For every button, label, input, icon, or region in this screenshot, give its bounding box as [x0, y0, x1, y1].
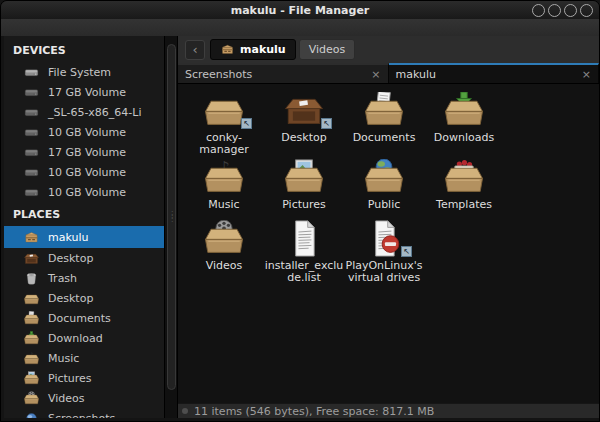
sidebar-item-place[interactable]: Desktop: [4, 288, 164, 308]
sidebar-item-label: 17 GB Volume: [48, 86, 126, 99]
sidebar-item-place[interactable]: Download: [4, 328, 164, 348]
sidebar-item-place[interactable]: makulu: [4, 226, 164, 248]
path-button-label: makulu: [240, 43, 286, 56]
file-manager-window: makulu - File Manager DEVICES File Syste…: [0, 0, 600, 422]
file-item[interactable]: ↖ Public: [344, 159, 424, 217]
videos-folder-icon: [23, 391, 40, 406]
sidebar-item-label: Download: [48, 332, 103, 345]
home-icon: [23, 230, 40, 245]
drive-icon: [23, 145, 40, 160]
sidebar-item-label: Pictures: [48, 372, 92, 385]
scrollbar-thumb[interactable]: ⋮⋮: [167, 44, 176, 390]
sidebar-item-device[interactable]: 10 GB Volume: [4, 182, 164, 202]
file-label: Documents: [353, 132, 416, 144]
file-item[interactable]: ↖ Templates: [424, 159, 504, 217]
back-button[interactable]: ‹: [185, 40, 205, 60]
file-label: Public: [368, 199, 401, 211]
file-item[interactable]: ↖ Documents: [344, 92, 424, 156]
file-item[interactable]: ↖ Downloads: [424, 92, 504, 156]
public-folder-icon: [361, 159, 407, 196]
tab-close-icon[interactable]: ×: [365, 68, 380, 81]
sidebar-item-place[interactable]: Trash: [4, 268, 164, 288]
downloads-folder-icon: [23, 331, 40, 346]
drive-icon: [23, 165, 40, 180]
file-item[interactable]: ↖ PlayOnLinux's virtual drives: [344, 220, 424, 284]
sidebar-item-label: makulu: [48, 231, 89, 244]
tab-close-icon[interactable]: ×: [576, 68, 591, 81]
sidebar-item-label: 10 GB Volume: [48, 186, 126, 199]
resize-grip-icon: [182, 408, 188, 414]
file-label: Desktop: [281, 132, 326, 144]
tab[interactable]: Screenshots ×: [178, 63, 389, 83]
file-label: PlayOnLinux's virtual drives: [345, 260, 424, 284]
documents-folder-icon: [23, 311, 40, 326]
sidebar-item-label: 10 GB Volume: [48, 166, 126, 179]
path-button[interactable]: makulu: [210, 39, 296, 60]
sidebar-item-device[interactable]: File System: [4, 62, 164, 82]
maximize-button[interactable]: [564, 4, 577, 17]
sidebar-item-place[interactable]: Desktop: [4, 248, 164, 268]
window-controls: [532, 4, 599, 17]
file-label: conky-manager: [185, 132, 264, 156]
drive-icon: [23, 105, 40, 120]
sidebar-item-device[interactable]: 10 GB Volume: [4, 122, 164, 142]
minimize-button[interactable]: [548, 4, 561, 17]
sidebar-item-label: _SL-65-x86_64-Li: [48, 106, 142, 119]
scrollbar-grip-icon: ⋮⋮: [168, 213, 175, 221]
sidebar: DEVICES File System 17 GB Volume _SL-65-…: [1, 36, 164, 418]
window-bottom-edge: [1, 418, 599, 421]
file-label: installer_exclude.list: [265, 260, 344, 284]
devices-header: DEVICES: [4, 38, 164, 62]
folder-icon: [23, 291, 40, 306]
file-item[interactable]: ↖ conky-manager: [184, 92, 264, 156]
path-button-label: Videos: [309, 43, 346, 56]
tab-bar: Screenshots × makulu ×: [178, 63, 599, 84]
titlebar: makulu - File Manager: [1, 1, 599, 19]
sidebar-item-label: Desktop: [48, 292, 93, 305]
sidebar-item-device[interactable]: 10 GB Volume: [4, 162, 164, 182]
documents-folder-icon: [361, 92, 407, 129]
sidebar-item-device[interactable]: 17 GB Volume: [4, 82, 164, 102]
drive-icon: [23, 85, 40, 100]
sidebar-item-place[interactable]: Documents: [4, 308, 164, 328]
tab-label: Screenshots: [185, 68, 252, 81]
file-item[interactable]: ♪ ↖ Music: [184, 159, 264, 217]
tab[interactable]: makulu ×: [389, 63, 600, 83]
window-title: makulu - File Manager: [1, 4, 599, 17]
menubar: [1, 19, 599, 36]
sidebar-item-device[interactable]: 17 GB Volume: [4, 142, 164, 162]
symlink-emblem-icon: ↖: [241, 118, 252, 129]
sidebar-item-place[interactable]: Pictures: [4, 368, 164, 388]
videos-folder-icon: [201, 220, 247, 257]
file-item[interactable]: ↖ installer_exclude.list: [264, 220, 344, 284]
textfile-icon: [281, 220, 327, 257]
path-toolbar: ‹ makulu Videos: [178, 36, 599, 63]
sidebar-item-device[interactable]: _SL-65-x86_64-Li: [4, 102, 164, 122]
sidebar-item-label: File System: [48, 66, 111, 79]
tab-label: makulu: [396, 68, 437, 81]
drive-icon: [23, 185, 40, 200]
symlink-emblem-icon: ↖: [401, 246, 412, 257]
file-label: Templates: [436, 199, 492, 211]
sidebar-scrollbar[interactable]: ⋮⋮: [164, 36, 178, 418]
file-label: Music: [208, 199, 239, 211]
file-item[interactable]: ↖ Pictures: [264, 159, 344, 217]
file-label: Videos: [206, 260, 243, 272]
close-button[interactable]: [580, 4, 593, 17]
devices-list: File System 17 GB Volume _SL-65-x86_64-L…: [4, 62, 164, 202]
sidebar-item-place[interactable]: ♪ Music: [4, 348, 164, 368]
shade-button[interactable]: [532, 4, 545, 17]
templates-folder-icon: [441, 159, 487, 196]
file-label: Downloads: [434, 132, 494, 144]
sidebar-item-place[interactable]: Videos: [4, 388, 164, 408]
path-button[interactable]: Videos: [299, 39, 356, 60]
drive-icon: [23, 125, 40, 140]
file-item[interactable]: ↖ Videos: [184, 220, 264, 284]
file-item[interactable]: ↖ Desktop: [264, 92, 344, 156]
screenshots-icon: [23, 411, 40, 419]
sidebar-item-place[interactable]: Screenshots: [4, 408, 164, 418]
places-header: PLACES: [4, 202, 164, 226]
sidebar-item-label: Music: [48, 352, 79, 365]
pictures-folder-icon: [281, 159, 327, 196]
drive-icon: [23, 65, 40, 80]
